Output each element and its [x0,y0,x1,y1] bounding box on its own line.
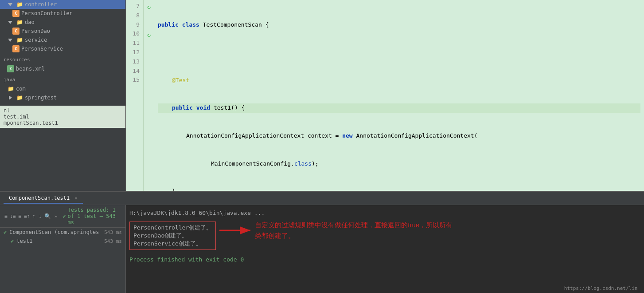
class-icon-dao: C [12,28,20,35]
sidebar: 📁 controller C PersonController 📁 dao C … [0,0,126,191]
sidebar-label-com: com [16,86,26,92]
test-item-time-1: 543 ms [104,238,122,244]
toolbar-btn-rerun[interactable]: ≡ [4,212,8,221]
output-line-0: PersonController创建了。 [133,224,212,232]
line-num-15: 15 [129,75,140,85]
bottom-panel: ComponentScan.test1 × ≡ ↓≡ ≡ ≡↑ ↑ ↓ 🔍 » … [0,191,644,293]
line-num-12: 12 [129,48,140,57]
sidebar-bottom-test: mponentScan.test1 [4,120,122,126]
annotation-area: 自定义的过滤规则类中没有做任何处理，直接返回的true，所以所有类都创建了。 [219,220,459,241]
code-line-7: public class TestComponentScan { [158,20,640,30]
sidebar-label-springtest: springtest [25,95,57,101]
tab-label: ComponentScan.test1 [9,195,70,201]
toolbar-btn-search[interactable]: 🔍 [44,212,51,221]
bottom-tabs: ComponentScan.test1 × [0,192,644,205]
gutter-area: ↻ ↻ [144,0,154,191]
sidebar-section-java: java [0,75,125,84]
test-sidebar: ≡ ↓≡ ≡ ≡↑ ↑ ↓ 🔍 » ✔ Tests passed: 1 of 1… [0,205,126,293]
annotation-text: 自定义的过滤规则类中没有做任何处理，直接返回的true，所以所有类都创建了。 [255,220,459,241]
triangle-right-springtest [7,94,14,101]
toolbar-btn-filter[interactable]: ≡ [17,212,22,221]
triangle-down-icon-service [7,36,14,44]
triangle-down-icon [7,1,14,8]
toolbar-btn-down[interactable]: ↓ [38,212,42,221]
test-items: ✔ ComponentScan (com.springtes 543 ms ✔ … [0,228,125,293]
console-cmd-line: H:\javaJDK\jdk1.8.0_60\bin\java.exe ... [129,209,640,218]
sidebar-section-resources: resources [0,55,125,64]
sidebar-item-springtest[interactable]: 📁 springtest [0,93,125,102]
test-item-label-1: test1 [16,238,32,244]
watermark: https://blog.csdn.net/lin_ [564,285,640,291]
sidebar-label-personservice: PersonService [21,46,63,52]
line-num-8: 8 [129,11,140,20]
sidebar-item-service[interactable]: 📁 service [0,36,125,44]
sidebar-item-dao[interactable]: 📁 dao [0,18,125,27]
triangle-down-icon-dao [7,19,14,26]
sidebar-bottom-iml: test.iml [4,114,122,120]
output-annotation-row: PersonController创建了。 PersonDao创建了。 Perso… [129,220,640,252]
console-cmd-text: H:\javaJDK\jdk1.8.0_60\bin\java.exe ... [129,210,265,216]
xml-icon: X [7,65,14,72]
sidebar-label-dao: dao [25,19,35,25]
output-line-2: PersonService创建了。 [133,240,212,248]
toolbar-more: » [55,214,58,219]
gutter-refresh-10: ↻ [147,30,151,39]
class-icon-service: C [12,45,20,52]
test-item-0[interactable]: ✔ ComponentScan (com.springtes 543 ms [0,228,125,237]
sidebar-item-personservice[interactable]: C PersonService [0,44,125,53]
test-toolbar: ≡ ↓≡ ≡ ≡↑ ↑ ↓ 🔍 » ✔ Tests passed: 1 of 1… [0,205,125,228]
code-content: 7 8 9 10 11 12 13 14 15 ↻ ↻ [126,0,644,191]
folder-icon-com: 📁 [7,85,14,92]
code-line-12: MainComponentScanConfig.class); [158,159,640,169]
code-line-8 [158,48,640,57]
test-status-bar: ✔ Tests passed: 1 of 1 test – 543 ms [62,207,122,226]
code-line-10: public void test1() { [158,103,640,113]
test-check-0: ✔ [4,229,7,235]
sidebar-label-controller: controller [25,1,57,8]
test-item-label-0: ComponentScan (com.springtes [9,229,99,235]
toolbar-btn-sort[interactable]: ↓≡ [10,212,16,221]
sidebar-label-persondao: PersonDao [21,28,50,34]
tab-close-btn[interactable]: × [75,196,78,201]
test-item-time-0: 543 ms [104,230,122,235]
folder-icon-service: 📁 [16,36,23,44]
line-num-14: 14 [129,67,140,76]
sidebar-bottom-nl: nl [4,107,122,114]
bottom-content: ≡ ↓≡ ≡ ≡↑ ↑ ↓ 🔍 » ✔ Tests passed: 1 of 1… [0,205,644,293]
sidebar-item-personcontroller[interactable]: C PersonController [0,9,125,18]
line-num-7: 7 [129,2,140,11]
gutter-refresh-7: ↻ [147,2,151,11]
sidebar-item-com[interactable]: 📁 com [0,84,125,93]
console-process-line: Process finished with exit code 0 [129,255,640,265]
folder-icon-dao: 📁 [16,19,23,26]
sidebar-label-service: service [25,37,47,43]
code-line-9: @Test [158,76,640,85]
check-icon: ✔ [62,213,66,219]
editor-area: 7 8 9 10 11 12 13 14 15 ↻ ↻ [126,0,644,191]
folder-icon-springtest: 📁 [16,94,23,101]
line-num-10: 10 [129,29,140,39]
toolbar-btn-up[interactable]: ↑ [31,212,36,221]
code-lines[interactable]: public class TestComponentScan { @Test p… [154,0,644,191]
output-box: PersonController创建了。 PersonDao创建了。 Perso… [129,222,216,250]
sidebar-item-persondao[interactable]: C PersonDao [0,27,125,36]
class-icon: C [12,10,20,17]
folder-icon: 📁 [16,1,23,8]
line-num-11: 11 [129,39,140,48]
sidebar-bottom-section: nl test.iml mponentScan.test1 [0,106,125,128]
sidebar-item-beansxml[interactable]: X beans.xml [0,64,125,73]
toolbar-btn-filter2[interactable]: ≡↑ [24,212,30,221]
console-area: H:\javaJDK\jdk1.8.0_60\bin\java.exe ... … [126,205,644,293]
code-line-11: AnnotationConfigApplicationContext conte… [158,131,640,141]
sidebar-item-controller[interactable]: 📁 controller [0,0,125,9]
line-num-9: 9 [129,20,140,30]
console-process-text: Process finished with exit code 0 [129,256,244,263]
code-line-13: } [158,187,640,191]
sidebar-label-beansxml: beans.xml [16,66,45,72]
output-line-1: PersonDao创建了。 [133,232,212,240]
tab-componentscan[interactable]: ComponentScan.test1 × [4,193,83,204]
line-num-13: 13 [129,57,140,67]
test-item-1[interactable]: ✔ test1 543 ms [0,237,125,245]
main-area: 📁 controller C PersonController 📁 dao C … [0,0,644,191]
line-numbers: 7 8 9 10 11 12 13 14 15 [126,0,144,191]
